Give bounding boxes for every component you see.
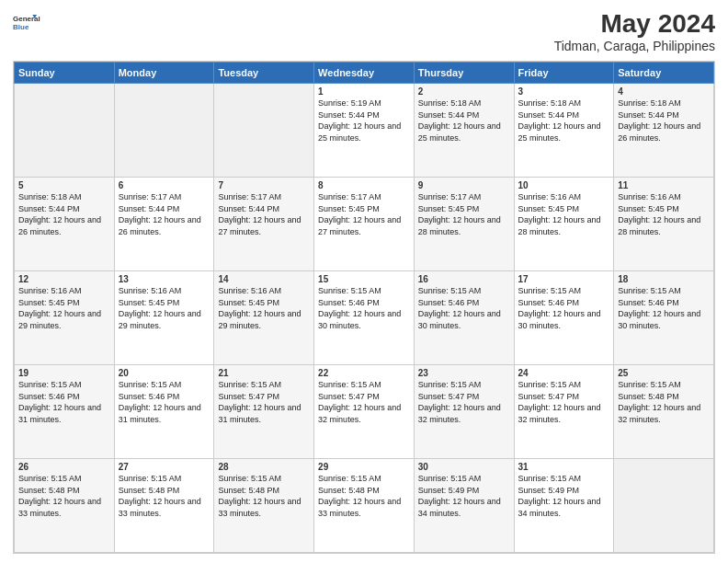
calendar-day-cell [114, 84, 214, 178]
day-number: 17 [518, 274, 610, 284]
location-subtitle: Tidman, Caraga, Philippines [554, 39, 715, 53]
day-info: Sunrise: 5:16 AM Sunset: 5:45 PM Dayligh… [618, 191, 710, 237]
calendar-day-cell: 4Sunrise: 5:18 AM Sunset: 5:44 PM Daylig… [614, 84, 714, 178]
day-info: Sunrise: 5:15 AM Sunset: 5:47 PM Dayligh… [518, 379, 610, 425]
day-info: Sunrise: 5:18 AM Sunset: 5:44 PM Dayligh… [418, 98, 510, 144]
day-number: 27 [119, 462, 210, 472]
calendar-day-cell: 19Sunrise: 5:15 AM Sunset: 5:46 PM Dayli… [15, 365, 115, 459]
calendar-day-cell: 17Sunrise: 5:15 AM Sunset: 5:46 PM Dayli… [514, 271, 614, 365]
calendar-day-cell: 13Sunrise: 5:16 AM Sunset: 5:45 PM Dayli… [114, 271, 214, 365]
day-info: Sunrise: 5:16 AM Sunset: 5:45 PM Dayligh… [119, 285, 210, 331]
day-number: 25 [618, 368, 710, 378]
svg-text:Blue: Blue [13, 23, 29, 31]
calendar-day-cell: 29Sunrise: 5:15 AM Sunset: 5:48 PM Dayli… [314, 459, 415, 553]
day-number: 11 [618, 180, 710, 190]
calendar-day-cell: 11Sunrise: 5:16 AM Sunset: 5:45 PM Dayli… [614, 178, 714, 271]
day-number: 16 [418, 274, 510, 284]
calendar-week-row: 5Sunrise: 5:18 AM Sunset: 5:44 PM Daylig… [15, 178, 714, 271]
calendar-day-cell: 6Sunrise: 5:17 AM Sunset: 5:44 PM Daylig… [114, 178, 214, 271]
day-info: Sunrise: 5:17 AM Sunset: 5:45 PM Dayligh… [418, 191, 510, 237]
day-info: Sunrise: 5:15 AM Sunset: 5:48 PM Dayligh… [119, 473, 210, 519]
calendar-day-cell: 2Sunrise: 5:18 AM Sunset: 5:44 PM Daylig… [414, 84, 514, 178]
day-info: Sunrise: 5:15 AM Sunset: 5:49 PM Dayligh… [518, 473, 610, 519]
calendar-day-cell: 27Sunrise: 5:15 AM Sunset: 5:48 PM Dayli… [114, 459, 214, 553]
calendar-day-cell: 26Sunrise: 5:15 AM Sunset: 5:48 PM Dayli… [15, 459, 115, 553]
weekday-header: Thursday [414, 63, 514, 84]
day-number: 4 [618, 86, 710, 97]
weekday-header: Monday [114, 63, 214, 84]
day-info: Sunrise: 5:15 AM Sunset: 5:49 PM Dayligh… [418, 473, 510, 519]
weekday-header: Sunday [15, 63, 115, 84]
day-number: 12 [18, 274, 110, 284]
day-info: Sunrise: 5:16 AM Sunset: 5:45 PM Dayligh… [518, 191, 610, 237]
title-block: May 2024 Tidman, Caraga, Philippines [554, 9, 715, 53]
day-number: 31 [518, 462, 610, 472]
day-info: Sunrise: 5:15 AM Sunset: 5:48 PM Dayligh… [318, 473, 410, 519]
weekday-header: Saturday [614, 63, 714, 84]
calendar-day-cell: 14Sunrise: 5:16 AM Sunset: 5:45 PM Dayli… [214, 271, 314, 365]
weekday-header: Friday [514, 63, 614, 84]
day-number: 3 [518, 86, 610, 97]
calendar-week-row: 12Sunrise: 5:16 AM Sunset: 5:45 PM Dayli… [15, 271, 714, 365]
calendar-day-cell: 1Sunrise: 5:19 AM Sunset: 5:44 PM Daylig… [314, 84, 415, 178]
calendar-day-cell: 24Sunrise: 5:15 AM Sunset: 5:47 PM Dayli… [514, 365, 614, 459]
day-info: Sunrise: 5:15 AM Sunset: 5:46 PM Dayligh… [418, 285, 510, 331]
day-info: Sunrise: 5:16 AM Sunset: 5:45 PM Dayligh… [218, 285, 310, 331]
day-info: Sunrise: 5:15 AM Sunset: 5:48 PM Dayligh… [618, 379, 710, 425]
main-title: May 2024 [554, 9, 715, 39]
day-number: 19 [18, 368, 110, 378]
calendar-day-cell: 25Sunrise: 5:15 AM Sunset: 5:48 PM Dayli… [614, 365, 714, 459]
day-info: Sunrise: 5:15 AM Sunset: 5:46 PM Dayligh… [518, 285, 610, 331]
calendar-day-cell [614, 459, 714, 553]
day-number: 5 [18, 180, 110, 190]
day-number: 15 [318, 274, 410, 284]
day-info: Sunrise: 5:17 AM Sunset: 5:45 PM Dayligh… [318, 191, 410, 237]
calendar-day-cell: 30Sunrise: 5:15 AM Sunset: 5:49 PM Dayli… [414, 459, 514, 553]
day-number: 10 [518, 180, 610, 190]
weekday-header: Tuesday [214, 63, 314, 84]
day-number: 14 [218, 274, 310, 284]
day-info: Sunrise: 5:17 AM Sunset: 5:44 PM Dayligh… [119, 191, 210, 237]
day-info: Sunrise: 5:15 AM Sunset: 5:47 PM Dayligh… [418, 379, 510, 425]
day-number: 30 [418, 462, 510, 472]
calendar-day-cell: 20Sunrise: 5:15 AM Sunset: 5:46 PM Dayli… [114, 365, 214, 459]
day-number: 20 [119, 368, 210, 378]
day-number: 21 [218, 368, 310, 378]
day-info: Sunrise: 5:18 AM Sunset: 5:44 PM Dayligh… [18, 191, 110, 237]
day-number: 26 [18, 462, 110, 472]
day-info: Sunrise: 5:15 AM Sunset: 5:48 PM Dayligh… [218, 473, 310, 519]
day-info: Sunrise: 5:15 AM Sunset: 5:46 PM Dayligh… [318, 285, 410, 331]
calendar-day-cell: 3Sunrise: 5:18 AM Sunset: 5:44 PM Daylig… [514, 84, 614, 178]
calendar-day-cell: 15Sunrise: 5:15 AM Sunset: 5:46 PM Dayli… [314, 271, 415, 365]
day-number: 24 [518, 368, 610, 378]
calendar-week-row: 1Sunrise: 5:19 AM Sunset: 5:44 PM Daylig… [15, 84, 714, 178]
day-number: 8 [318, 180, 410, 190]
calendar-day-cell: 16Sunrise: 5:15 AM Sunset: 5:46 PM Dayli… [414, 271, 514, 365]
day-number: 1 [318, 86, 410, 97]
day-info: Sunrise: 5:15 AM Sunset: 5:48 PM Dayligh… [18, 473, 110, 519]
day-info: Sunrise: 5:15 AM Sunset: 5:46 PM Dayligh… [119, 379, 210, 425]
calendar-day-cell: 7Sunrise: 5:17 AM Sunset: 5:44 PM Daylig… [214, 178, 314, 271]
day-number: 6 [119, 180, 210, 190]
calendar-day-cell: 12Sunrise: 5:16 AM Sunset: 5:45 PM Dayli… [15, 271, 115, 365]
day-info: Sunrise: 5:17 AM Sunset: 5:44 PM Dayligh… [218, 191, 310, 237]
svg-text:General: General [13, 15, 40, 23]
calendar-day-cell: 31Sunrise: 5:15 AM Sunset: 5:49 PM Dayli… [514, 459, 614, 553]
calendar-day-cell: 8Sunrise: 5:17 AM Sunset: 5:45 PM Daylig… [314, 178, 415, 271]
day-info: Sunrise: 5:15 AM Sunset: 5:47 PM Dayligh… [218, 379, 310, 425]
day-info: Sunrise: 5:16 AM Sunset: 5:45 PM Dayligh… [18, 285, 110, 331]
day-number: 18 [618, 274, 710, 284]
logo-icon: General Blue [13, 9, 40, 37]
day-info: Sunrise: 5:15 AM Sunset: 5:46 PM Dayligh… [18, 379, 110, 425]
calendar-day-cell: 9Sunrise: 5:17 AM Sunset: 5:45 PM Daylig… [414, 178, 514, 271]
day-number: 9 [418, 180, 510, 190]
calendar-day-cell: 23Sunrise: 5:15 AM Sunset: 5:47 PM Dayli… [414, 365, 514, 459]
day-number: 2 [418, 86, 510, 97]
calendar-body: 1Sunrise: 5:19 AM Sunset: 5:44 PM Daylig… [15, 84, 714, 553]
calendar-day-cell: 18Sunrise: 5:15 AM Sunset: 5:46 PM Dayli… [614, 271, 714, 365]
day-info: Sunrise: 5:19 AM Sunset: 5:44 PM Dayligh… [318, 98, 410, 144]
day-number: 23 [418, 368, 510, 378]
weekday-header-row: SundayMondayTuesdayWednesdayThursdayFrid… [15, 63, 714, 84]
day-number: 29 [318, 462, 410, 472]
header: General Blue General Blue May 2024 Tidma… [13, 9, 715, 53]
